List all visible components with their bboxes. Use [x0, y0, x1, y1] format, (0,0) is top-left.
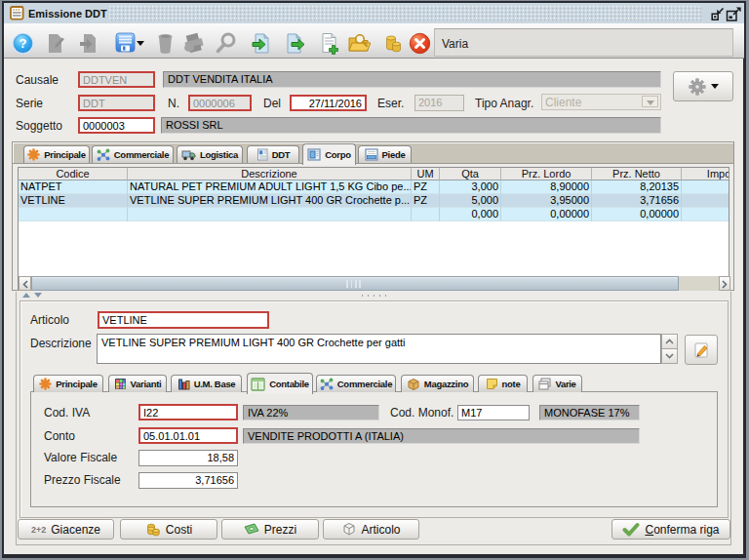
svg-text:?: ? [20, 36, 27, 51]
